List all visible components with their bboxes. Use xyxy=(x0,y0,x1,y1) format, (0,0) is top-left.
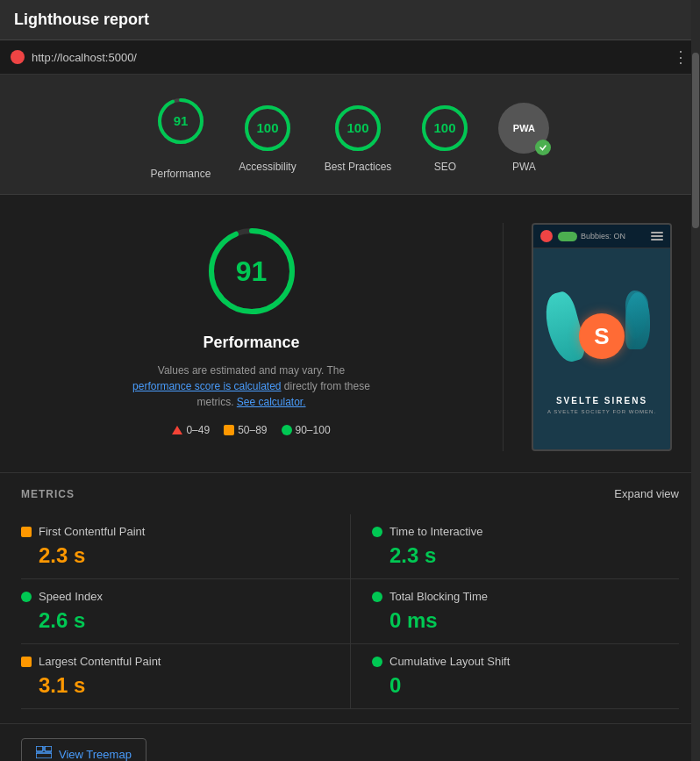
url-menu-icon[interactable]: ⋮ xyxy=(673,47,689,67)
metric-tti: Time to Interactive 2.3 s xyxy=(350,514,679,579)
seo-score-svg: 100 xyxy=(419,103,470,154)
svg-text:100: 100 xyxy=(434,120,456,135)
metric-lcp-header: Largest Contentful Paint xyxy=(21,655,336,668)
screenshot-frame: Bubbies: ON S xyxy=(532,223,672,451)
svg-rect-17 xyxy=(36,753,52,758)
cls-label: Cumulative Layout Shift xyxy=(389,655,510,668)
svg-text:91: 91 xyxy=(174,113,189,128)
metric-tbt-header: Total Blocking Time xyxy=(372,590,665,603)
url-address[interactable]: http://localhost:5000/ xyxy=(32,51,666,64)
best-practices-score-svg: 100 xyxy=(332,103,383,154)
metric-fcp: First Contentful Paint 2.3 s xyxy=(21,514,350,579)
treemap-label: View Treemap xyxy=(59,748,132,761)
screenshot-body: S SVELTE SIRENS A SVELTE SOCIETY FOR WOM… xyxy=(533,248,670,449)
performance-score-svg: 91 xyxy=(155,96,206,147)
metric-si-header: Speed Index xyxy=(21,590,336,603)
pwa-circle: PWA xyxy=(498,103,549,154)
score-label-pwa: PWA xyxy=(512,161,536,173)
fail-icon xyxy=(172,426,182,434)
cls-value: 0 xyxy=(372,673,665,698)
url-bar: http://localhost:5000/ ⋮ xyxy=(0,40,700,75)
score-item-best-practices[interactable]: 100 Best Practices xyxy=(325,103,392,173)
scrollbar-thumb[interactable] xyxy=(692,53,699,228)
view-treemap-button[interactable]: View Treemap xyxy=(21,738,146,761)
big-score-value: 91 xyxy=(236,255,268,288)
app-title: Lighthouse report xyxy=(14,11,149,28)
toggle-switch xyxy=(558,232,577,241)
svg-rect-15 xyxy=(36,746,43,751)
favicon-icon xyxy=(11,50,25,64)
metric-fcp-header: First Contentful Paint xyxy=(21,525,336,538)
app-name: SVELTE SIRENS xyxy=(556,396,647,406)
tti-status-icon xyxy=(372,527,382,537)
fcp-value: 2.3 s xyxy=(21,543,336,568)
title-bar: Lighthouse report xyxy=(0,0,700,40)
score-label-seo: SEO xyxy=(434,161,456,173)
perf-score-link[interactable]: performance score is calculated xyxy=(132,380,281,392)
big-performance-score: 91 xyxy=(204,223,300,319)
tbt-status-icon xyxy=(372,592,382,602)
tti-value: 2.3 s xyxy=(372,543,665,568)
performance-title: Performance xyxy=(203,334,299,352)
legend-fail: 0–49 xyxy=(172,424,210,436)
expand-view-button[interactable]: Expand view xyxy=(614,487,679,500)
metric-si: Speed Index 2.6 s xyxy=(21,579,350,644)
score-label-best-practices: Best Practices xyxy=(325,161,392,173)
average-icon xyxy=(224,425,234,435)
legend-average: 50–89 xyxy=(224,424,267,436)
hamburger-icon xyxy=(651,232,663,241)
screenshot-logo-icon xyxy=(540,230,553,242)
app-tagline: A SVELTE SOCIETY FOR WOMEN. xyxy=(547,409,656,414)
accessibility-score-svg: 100 xyxy=(242,103,293,154)
performance-left: 91 Performance Values are estimated and … xyxy=(21,223,504,451)
treemap-icon xyxy=(36,746,52,761)
scores-section: 91 Performance 100 Accessibility 100 Bes… xyxy=(0,75,700,195)
performance-description: Values are estimated and may vary. The p… xyxy=(129,363,375,410)
average-range: 50–89 xyxy=(238,424,267,436)
scrollbar[interactable] xyxy=(691,0,700,761)
screenshot-toggle: Bubbies: ON xyxy=(558,232,625,241)
svg-text:100: 100 xyxy=(347,120,369,135)
tbt-label: Total Blocking Time xyxy=(389,590,488,603)
performance-panel: 91 Performance Values are estimated and … xyxy=(0,195,700,473)
score-label-accessibility: Accessibility xyxy=(239,161,296,173)
pwa-badge-icon xyxy=(535,140,551,155)
cls-status-icon xyxy=(372,657,382,667)
score-item-performance[interactable]: 91 Performance xyxy=(151,96,211,180)
tbt-value: 0 ms xyxy=(372,608,665,633)
score-legend: 0–49 50–89 90–100 xyxy=(172,424,330,436)
metric-cls: Cumulative Layout Shift 0 xyxy=(350,644,679,709)
legend-pass: 90–100 xyxy=(282,424,331,436)
tti-label: Time to Interactive xyxy=(389,525,482,538)
metrics-grid: First Contentful Paint 2.3 s Time to Int… xyxy=(21,514,679,709)
screenshot-header: Bubbies: ON xyxy=(533,225,670,248)
metrics-header: METRICS Expand view xyxy=(21,487,679,500)
treemap-section: View Treemap xyxy=(0,723,700,761)
si-status-icon xyxy=(21,592,32,602)
pwa-label: PWA xyxy=(513,123,535,133)
si-label: Speed Index xyxy=(39,590,103,603)
svelte-s-logo: S xyxy=(579,313,625,359)
fail-range: 0–49 xyxy=(186,424,210,436)
calculator-link[interactable]: See calculator. xyxy=(237,396,306,408)
lcp-label: Largest Contentful Paint xyxy=(39,655,161,668)
lcp-value: 3.1 s xyxy=(21,673,336,698)
metric-lcp: Largest Contentful Paint 3.1 s xyxy=(21,644,350,709)
performance-right: Bubbies: ON S xyxy=(504,223,679,451)
description-text: Values are estimated and may vary. The xyxy=(158,364,345,377)
si-value: 2.6 s xyxy=(21,608,336,633)
metric-tti-header: Time to Interactive xyxy=(372,525,665,538)
metric-tbt: Total Blocking Time 0 ms xyxy=(350,579,679,644)
score-item-pwa[interactable]: PWA PWA xyxy=(498,103,549,173)
metric-cls-header: Cumulative Layout Shift xyxy=(372,655,665,668)
pass-range: 90–100 xyxy=(296,424,331,436)
score-item-seo[interactable]: 100 SEO xyxy=(419,103,470,173)
pass-icon xyxy=(282,425,292,435)
score-item-accessibility[interactable]: 100 Accessibility xyxy=(239,103,296,173)
metrics-section: METRICS Expand view First Contentful Pai… xyxy=(0,473,700,723)
svg-rect-16 xyxy=(45,746,52,751)
score-label-performance: Performance xyxy=(151,168,211,180)
fcp-status-icon xyxy=(21,527,32,537)
lcp-status-icon xyxy=(21,657,32,667)
fcp-label: First Contentful Paint xyxy=(39,525,145,538)
